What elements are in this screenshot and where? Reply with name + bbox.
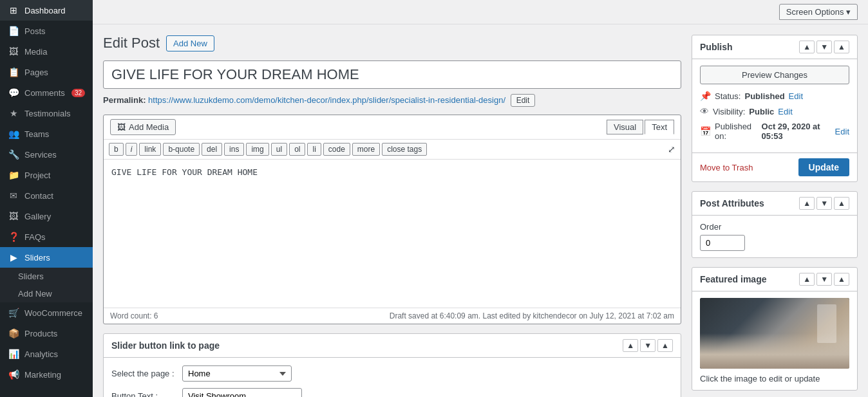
format-img[interactable]: img [246, 143, 269, 156]
featured-image-collapse-up[interactable]: ▲ [799, 273, 815, 286]
format-ins[interactable]: ins [224, 143, 244, 156]
publish-box-title: Publish [700, 42, 733, 52]
format-close-tags[interactable]: close tags [382, 143, 427, 156]
published-on-edit-link[interactable]: Edit [835, 127, 849, 136]
button-text-input[interactable] [182, 388, 302, 397]
format-bar: b i link b-quote del ins img ul ol li co… [104, 140, 681, 160]
slider-meta-expand[interactable]: ▲ [657, 339, 673, 352]
sidebar-item-comments[interactable]: 💬 Comments 32 [0, 82, 93, 103]
tab-visual[interactable]: Visual [607, 120, 643, 134]
post-title-input[interactable] [103, 60, 681, 89]
visual-text-tabs: Visual Text [607, 120, 674, 134]
add-media-label: Add Media [129, 122, 169, 132]
publish-box-controls: ▲ ▼ ▲ [799, 41, 849, 53]
publish-expand[interactable]: ▲ [834, 41, 849, 53]
editor-body[interactable]: GIVE LIFE FOR YOUR DREAM HOME [104, 160, 681, 308]
editor-wrapper: 🖼 Add Media Visual Text b i link b-quote… [103, 115, 681, 324]
marketing-icon: 📢 [8, 369, 19, 380]
post-attr-collapse-down[interactable]: ▼ [816, 197, 832, 210]
sidebar-sub-add-new[interactable]: Add New [0, 285, 93, 302]
main-content: Screen Options ▾ Edit Post Add New Perma… [93, 0, 868, 397]
sidebar-item-sliders[interactable]: ▶ Sliders [0, 247, 93, 268]
format-ol[interactable]: ol [289, 143, 305, 156]
sidebar-item-marketing[interactable]: 📢 Marketing [0, 364, 93, 385]
sidebar-item-contact[interactable]: ✉ Contact [0, 185, 93, 206]
sidebar-item-posts[interactable]: 📄 Posts [0, 21, 93, 41]
button-text-row: Button Text : [111, 388, 673, 397]
permalink-edit-button[interactable]: Edit [511, 94, 536, 107]
faqs-icon: ❓ [8, 232, 19, 242]
published-on-label: Published on: [715, 122, 758, 141]
featured-image-preview[interactable] [700, 298, 849, 369]
sidebar-item-dashboard[interactable]: ⊞ Dashboard [0, 0, 93, 21]
featured-image-expand[interactable]: ▲ [834, 273, 849, 286]
post-attr-expand[interactable]: ▲ [834, 197, 849, 210]
publish-collapse-down[interactable]: ▼ [816, 41, 832, 53]
order-input[interactable] [700, 235, 745, 251]
word-count: Word count: 6 [110, 311, 158, 320]
move-to-trash-link[interactable]: Move to Trash [700, 163, 753, 172]
add-media-icon: 🖼 [117, 122, 126, 132]
sidebar-item-label: Comments [24, 88, 65, 98]
tab-text[interactable]: Text [645, 120, 674, 134]
slider-meta-collapse-up[interactable]: ▲ [623, 339, 638, 352]
add-new-button[interactable]: Add New [166, 35, 214, 51]
slider-meta-collapse-down[interactable]: ▼ [640, 339, 656, 352]
featured-image-collapse-down[interactable]: ▼ [816, 273, 832, 286]
format-bquote[interactable]: b-quote [163, 143, 200, 156]
permalink-row: Permalink: https://www.luzukdemo.com/dem… [103, 94, 681, 107]
woocommerce-icon: 🛒 [8, 308, 19, 318]
format-bold[interactable]: b [109, 143, 124, 156]
testimonials-icon: ★ [8, 108, 19, 118]
sidebar-item-label: Marketing [24, 370, 61, 380]
sidebar-item-products[interactable]: 📦 Products [0, 323, 93, 344]
publish-visibility-row: 👁 Visibility: Public Edit [700, 106, 849, 116]
sidebar-item-services[interactable]: 🔧 Services [0, 144, 93, 165]
sidebar-item-woocommerce[interactable]: 🛒 WooCommerce [0, 302, 93, 323]
format-code[interactable]: code [323, 143, 350, 156]
sidebar-item-label: Products [24, 329, 57, 338]
published-on-value: Oct 29, 2020 at 05:53 [762, 122, 831, 141]
sidebar-item-faqs[interactable]: ❓ FAQs [0, 226, 93, 247]
sidebar-item-project[interactable]: 📁 Project [0, 165, 93, 185]
slider-meta-box-controls: ▲ ▼ ▲ [623, 339, 673, 352]
draft-saved: Draft saved at 6:40:09 am. Last edited b… [390, 311, 674, 320]
sliders-icon: ▶ [8, 252, 19, 263]
featured-image-body: Click the image to edit or update [692, 291, 857, 390]
sidebar-item-analytics[interactable]: 📊 Analytics [0, 344, 93, 364]
post-attr-collapse-up[interactable]: ▲ [799, 197, 815, 210]
editor-footer: Word count: 6 Draft saved at 6:40:09 am.… [104, 308, 681, 324]
sidebar-item-teams[interactable]: 👥 Teams [0, 124, 93, 144]
sidebar-item-gallery[interactable]: 🖼 Gallery [0, 206, 93, 226]
sidebar-sub-sliders[interactable]: Sliders [0, 268, 93, 285]
publish-footer: Move to Trash Update [692, 152, 857, 181]
format-li[interactable]: li [307, 143, 321, 156]
sidebar-item-label: Teams [24, 129, 49, 139]
permalink-url[interactable]: https://www.luzukdemo.com/demo/kitchen-d… [148, 95, 505, 105]
format-link[interactable]: link [139, 143, 161, 156]
sidebar-item-pages[interactable]: 📋 Pages [0, 62, 93, 82]
status-edit-link[interactable]: Edit [789, 91, 803, 101]
update-button[interactable]: Update [798, 158, 849, 176]
preview-changes-button[interactable]: Preview Changes [700, 66, 849, 84]
format-ul[interactable]: ul [271, 143, 287, 156]
page-title: Edit Post [103, 35, 160, 51]
add-media-button[interactable]: 🖼 Add Media [110, 119, 176, 135]
gallery-icon: 🖼 [8, 211, 19, 221]
teams-icon: 👥 [8, 129, 19, 139]
format-more[interactable]: more [352, 143, 380, 156]
sidebar-item-label: Media [24, 47, 47, 57]
format-italic[interactable]: i [126, 143, 138, 156]
sidebar-item-testimonials[interactable]: ★ Testimonials [0, 103, 93, 124]
sidebar-item-media[interactable]: 🖼 Media [0, 41, 93, 62]
format-del[interactable]: del [202, 143, 222, 156]
featured-image-header: Featured image ▲ ▼ ▲ [692, 268, 857, 291]
visibility-edit-link[interactable]: Edit [778, 107, 792, 116]
select-page-dropdown[interactable]: Home About Contact Gallery Blog [182, 365, 292, 382]
expand-editor-button[interactable]: ⤢ [668, 144, 675, 154]
contact-icon: ✉ [8, 190, 19, 201]
screen-options-button[interactable]: Screen Options ▾ [779, 4, 858, 20]
post-editor: Edit Post Add New Permalink: https://www… [103, 35, 681, 387]
slider-meta-box: Slider button link to page ▲ ▼ ▲ Select … [103, 333, 681, 397]
publish-collapse-up[interactable]: ▲ [799, 41, 815, 53]
